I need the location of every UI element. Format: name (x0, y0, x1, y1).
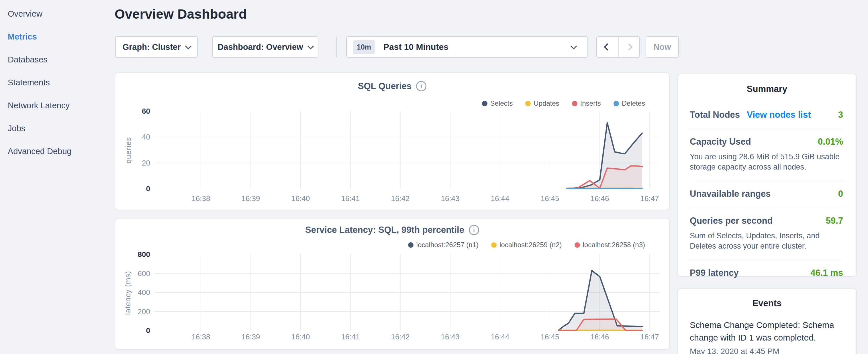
svg-text:16:45: 16:45 (540, 332, 559, 341)
page-title: Overview Dashboard (115, 6, 247, 22)
svg-text:16:43: 16:43 (441, 332, 459, 341)
svg-text:16:47: 16:47 (640, 332, 659, 341)
summary-label: Unavailable ranges (690, 189, 771, 199)
summary-value: 46.1 ms (810, 268, 843, 278)
svg-text:200: 200 (138, 307, 150, 316)
svg-text:60: 60 (142, 107, 150, 116)
time-next-button[interactable] (618, 37, 639, 57)
chevron-down-icon (307, 43, 314, 50)
svg-text:16:42: 16:42 (391, 332, 409, 341)
time-range-label: Past 10 Minutes (383, 42, 448, 52)
view-nodes-list-link[interactable]: View nodes list (747, 110, 811, 120)
sidebar-item-jobs[interactable]: Jobs (8, 117, 115, 140)
svg-text:16:41: 16:41 (341, 332, 360, 341)
svg-text:16:46: 16:46 (590, 194, 609, 203)
summary-label: Total Nodes (690, 110, 740, 120)
svg-text:600: 600 (138, 269, 150, 278)
summary-label: Capacity Used (690, 137, 751, 147)
sidebar-item-statements[interactable]: Statements (8, 71, 115, 94)
svg-text:16:47: 16:47 (640, 194, 659, 203)
summary-row-queries-per-second: Queries per second 59.7 Sum of Selects, … (690, 207, 843, 260)
svg-text:16:40: 16:40 (291, 332, 310, 341)
event-item-text: Schema Change Completed: Schema change w… (690, 319, 850, 344)
svg-text:20: 20 (142, 159, 150, 167)
summary-row-capacity-used: Capacity Used 0.01% You are using 28.6 M… (690, 129, 843, 181)
sidebar-item-overview[interactable]: Overview (8, 2, 115, 25)
now-button[interactable]: Now (646, 36, 679, 58)
sidebar: Overview Metrics Databases Statements Ne… (0, 0, 115, 354)
svg-text:0: 0 (146, 185, 150, 193)
svg-text:40: 40 (142, 133, 150, 141)
time-range-selector[interactable]: 10m Past 10 Minutes (346, 36, 588, 58)
summary-panel: Summary Total Nodes View nodes list 3 Ca… (677, 74, 857, 277)
svg-text:800: 800 (138, 250, 150, 259)
chevron-down-icon (185, 43, 191, 50)
graph-dropdown-label: Graph: Cluster (122, 42, 181, 52)
sidebar-item-databases[interactable]: Databases (8, 48, 115, 71)
chevron-right-icon (625, 43, 632, 51)
events-title: Events (678, 298, 856, 309)
svg-text:400: 400 (138, 288, 150, 297)
sql-queries-chart: 16:3816:3916:4016:4116:4216:4316:4416:45… (115, 73, 670, 211)
dashboard-dropdown[interactable]: Dashboard: Overview (212, 36, 318, 58)
svg-text:16:38: 16:38 (191, 332, 210, 341)
summary-subtext: Sum of Selects, Updates, Inserts, and De… (690, 231, 843, 251)
svg-text:16:46: 16:46 (590, 332, 609, 341)
svg-text:16:43: 16:43 (441, 194, 459, 203)
svg-text:16:41: 16:41 (341, 194, 360, 203)
summary-value: 3 (838, 110, 843, 120)
summary-row-p99-latency: P99 latency 46.1 ms (690, 260, 843, 287)
service-latency-chart: 16:3816:3916:4016:4116:4216:4316:4416:45… (115, 219, 670, 350)
summary-value: 0 (838, 189, 843, 199)
sql-queries-chart-card: SQL Queries SelectsUpdatesInsertsDeletes… (115, 72, 670, 210)
time-range-badge: 10m (353, 40, 375, 54)
time-step-buttons (596, 36, 640, 58)
time-prev-button[interactable] (597, 37, 618, 57)
summary-title: Summary (678, 84, 856, 94)
events-panel: Events Schema Change Completed: Schema c… (677, 288, 857, 354)
summary-value: 0.01% (818, 137, 843, 147)
service-latency-chart-card: Service Latency: SQL, 99th percentile lo… (115, 218, 670, 350)
summary-label: P99 latency (690, 268, 739, 278)
chevron-down-icon (570, 43, 577, 50)
svg-text:16:40: 16:40 (291, 194, 310, 203)
svg-text:16:42: 16:42 (391, 194, 409, 203)
dashboard-dropdown-label: Dashboard: Overview (217, 42, 303, 52)
summary-row-total-nodes: Total Nodes View nodes list 3 (690, 102, 843, 129)
sidebar-item-network-latency[interactable]: Network Latency (8, 94, 115, 117)
summary-label: Queries per second (690, 216, 773, 226)
svg-text:16:38: 16:38 (191, 194, 210, 203)
svg-text:16:45: 16:45 (540, 194, 559, 203)
summary-subtext: You are using 28.6 MiB of 515.9 GiB usab… (690, 152, 843, 172)
summary-value: 59.7 (826, 216, 843, 226)
svg-text:16:44: 16:44 (491, 332, 509, 341)
svg-text:16:39: 16:39 (241, 332, 260, 341)
svg-text:16:44: 16:44 (491, 194, 509, 203)
graph-dropdown[interactable]: Graph: Cluster (115, 36, 198, 58)
sidebar-item-advanced-debug[interactable]: Advanced Debug (8, 140, 115, 163)
svg-text:16:39: 16:39 (241, 194, 260, 203)
event-item-timestamp: May 13, 2020 at 4:45 PM (690, 347, 845, 354)
chevron-left-icon (604, 43, 611, 51)
toolbar-divider (336, 36, 337, 58)
svg-text:0: 0 (146, 326, 150, 335)
summary-row-unavailable-ranges: Unavailable ranges 0 (690, 181, 843, 207)
sidebar-item-metrics[interactable]: Metrics (8, 25, 115, 48)
